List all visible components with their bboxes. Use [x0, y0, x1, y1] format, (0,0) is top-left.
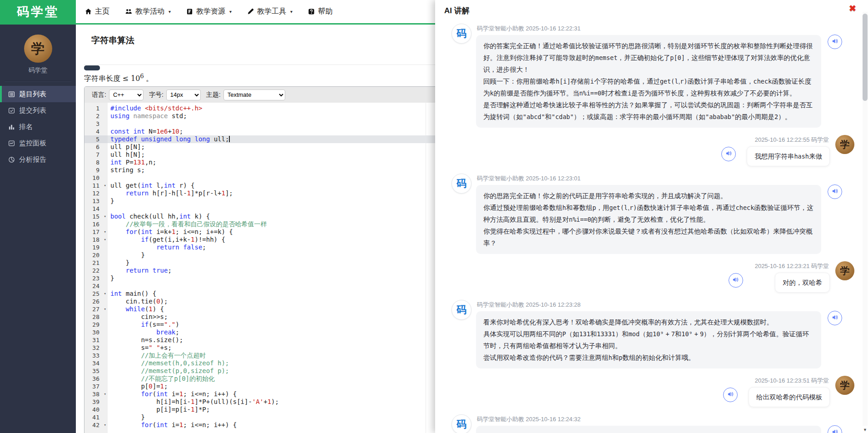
message-paragraph: 你的答案完全正确！通过哈希值比较验证循环节的思路很清晰，特别是对循环节长度的枚举… [483, 40, 814, 75]
message-bubble: 我想用字符串hash来做 [747, 146, 830, 166]
fold-arrow-icon[interactable]: ▾ [104, 213, 106, 220]
monitor-icon [8, 140, 15, 147]
message-body: 2025-10-16 12:22:55 码学堂我想用字符串hash来做 [747, 135, 830, 166]
gutter-line-number: 34 [84, 359, 108, 367]
gutter-line-number: 10 [84, 174, 108, 182]
nav-item-help[interactable]: 帮助 [308, 7, 332, 16]
gutter-line-number[interactable]: 27▾ [84, 305, 108, 313]
speaker-icon [832, 428, 838, 433]
gutter-line-number: 8 [84, 159, 108, 166]
sidebar-item-label: 监控面板 [19, 139, 46, 148]
fontsize-label: 字号: [149, 91, 164, 99]
gutter-line-number[interactable]: 18▾ [84, 236, 108, 244]
gutter-line-number: 33 [84, 352, 108, 359]
message-paragraph: 你的思路完全正确！你之前的代码正是用字符串哈希实现的，并且成功解决了问题。 [483, 190, 814, 202]
message-paragraph: 回顾一下：你用前缀哈希h[i]存储前i个字符的哈希值，通过get(l,r)函数计… [483, 75, 814, 99]
message-paragraph: 你通过预处理前缀哈希数组h和幂数组p，用get(l,r)函数快速计算子串哈希值，… [483, 202, 814, 225]
problem-statement: 字符串长度 ≤ 106 。 [84, 73, 153, 84]
sidebar-item-ranking[interactable]: 排名 [0, 119, 76, 135]
message-bubble: 给出双哈希的代码模板 [749, 387, 830, 407]
tts-speaker-button[interactable] [828, 35, 842, 49]
language-label: 语言: [92, 91, 106, 99]
home-icon [85, 8, 92, 15]
panel-scrollbar[interactable] [863, 12, 868, 426]
avatar[interactable]: 学 [24, 35, 52, 63]
gutter-line-number[interactable]: 25▾ [84, 290, 108, 298]
nav-item-activities[interactable]: 教学活动 ▾ [125, 7, 171, 16]
fold-arrow-icon[interactable]: ▾ [104, 290, 106, 298]
nav-item-label: 教学资源 [196, 7, 225, 16]
sidebar-item-report[interactable]: 分析报告 [0, 151, 76, 168]
activities-icon [125, 8, 132, 15]
fold-arrow-icon[interactable]: ▾ [104, 182, 106, 189]
assistant-message: 码码学堂智能小助教 2025-10-16 12:23:28看来你对哈希优化有深入… [451, 300, 854, 368]
close-icon[interactable]: ✖ [849, 3, 856, 14]
message-paragraph: 我想用字符串hash来做 [754, 150, 822, 162]
fold-arrow-icon[interactable]: ▾ [104, 421, 106, 429]
gutter-line-number[interactable]: 11▾ [84, 182, 108, 189]
message-body: 2025-10-16 12:23:21 码学堂对的，双哈希 [754, 261, 830, 293]
gutter-line-number: 41 [84, 413, 108, 421]
fold-arrow-icon[interactable]: ▾ [104, 390, 106, 398]
assistant-avatar: 码 [451, 24, 471, 44]
gutter-line-number: 28 [84, 313, 108, 321]
message-meta: 码学堂智能小助教 2025-10-16 12:24:32 [477, 415, 580, 423]
scroll-down-icon[interactable]: ▼ [863, 428, 867, 432]
sidebar-item-problem-list[interactable]: 题目列表 [0, 86, 76, 102]
nav-item-tools[interactable]: 教学工具 ▾ [247, 7, 293, 16]
gutter-line-number: 26 [84, 298, 108, 305]
language-select[interactable]: C++ [109, 90, 144, 100]
assistant-message: 码码学堂智能小助教 2025-10-16 12:22:31你的答案完全正确！通过… [451, 24, 854, 128]
message-paragraph: 你觉得在哈希实现过程中，哪个步骤对你来说最关键？或者有没有想过其他哈希函数（比如… [483, 225, 814, 249]
sidebar-item-submission-list[interactable]: 提交列表 [0, 102, 76, 119]
message-bubble: 你的答案完全正确！通过哈希值比较验证循环节的思路很清晰，特别是对循环节长度的枚举… [476, 35, 821, 128]
nav-item-home[interactable]: 主页 [85, 7, 109, 16]
message-body: 码学堂智能小助教 2025-10-16 12:23:28看来你对哈希优化有深入思… [476, 300, 821, 368]
gutter-line-number: 19 [84, 244, 108, 251]
help-icon [308, 8, 315, 15]
tts-speaker-button[interactable] [828, 184, 842, 199]
gutter-line-number: 2 [84, 112, 108, 120]
theme-select[interactable]: Textmate [223, 90, 285, 100]
brand-logo[interactable]: 码学堂 [0, 0, 76, 23]
speaker-icon [832, 38, 838, 46]
gutter-line-number: 3 [84, 120, 108, 128]
gutter-line-number[interactable]: 42▾ [84, 421, 108, 429]
tts-speaker-button[interactable] [721, 147, 736, 161]
nav-item-resources[interactable]: 教学资源 ▾ [186, 7, 232, 16]
sidebar-item-label: 排名 [19, 123, 33, 131]
gutter-line-number: 30 [84, 328, 108, 336]
message-meta: 码学堂智能小助教 2025-10-16 12:23:28 [477, 301, 580, 309]
statement-math: ≤ 106 [122, 74, 144, 83]
assistant-message: 码码学堂智能小助教 2025-10-16 12:24:32好的，这是一个双哈希的… [451, 414, 854, 433]
message-bubble: 好的，这是一个双哈希的代码模板，基于你的原代码修改，使用两组不同的基底和模数来降… [476, 426, 821, 433]
gutter-line-number: 23 [84, 274, 108, 282]
sidebar-item-monitor[interactable]: 监控面板 [0, 135, 76, 151]
speaker-icon [727, 391, 734, 399]
speaker-icon [832, 314, 838, 323]
fontsize-select[interactable]: 14px [166, 90, 201, 100]
fold-arrow-icon[interactable]: ▾ [104, 228, 106, 236]
nav-item-label: 教学活动 [135, 7, 164, 16]
ranking-icon [8, 124, 15, 130]
gutter-line-number[interactable]: 17▾ [84, 228, 108, 236]
fold-arrow-icon[interactable]: ▾ [104, 236, 106, 244]
scrollbar-thumb[interactable] [863, 14, 868, 101]
fold-arrow-icon[interactable]: ▾ [104, 305, 106, 313]
tts-speaker-button[interactable] [729, 273, 743, 288]
message-paragraph: 给出双哈希的代码模板 [756, 391, 822, 403]
user-avatar: 学 [835, 135, 854, 154]
message-meta: 2025-10-16 12:23:21 码学堂 [755, 262, 829, 270]
submission-list-icon [8, 107, 15, 114]
tts-speaker-button[interactable] [828, 311, 842, 325]
message-paragraph: 具体实现可以用两组不同的P（如131和13331）和mod（如10⁹ + 7和1… [483, 328, 814, 352]
user-avatar: 学 [835, 261, 854, 280]
gutter-line-number[interactable]: 38▾ [84, 390, 108, 398]
gutter-line-number: 20 [84, 251, 108, 259]
tts-speaker-button[interactable] [828, 425, 842, 433]
sidebar-item-label: 题目列表 [19, 90, 46, 99]
gutter-line-number[interactable]: 15▾ [84, 213, 108, 220]
tts-speaker-button[interactable] [723, 388, 738, 402]
statement-text: 字符串长度 [84, 75, 122, 82]
tools-icon [247, 8, 254, 15]
